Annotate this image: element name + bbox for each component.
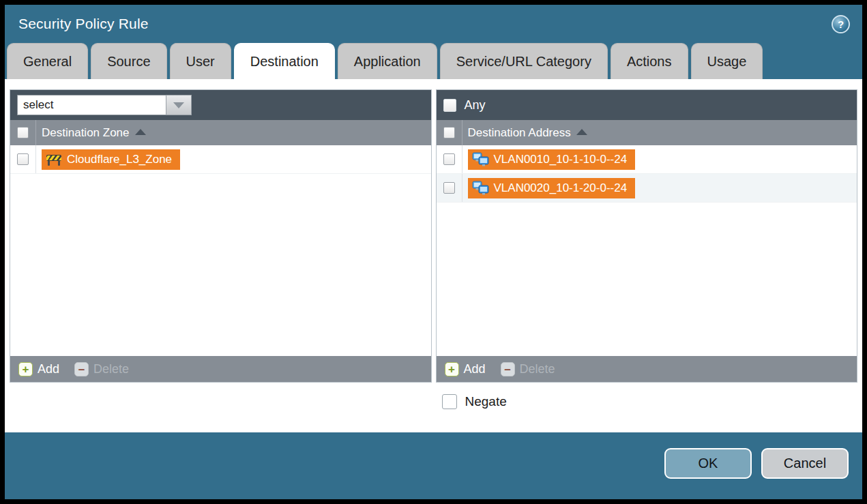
dialog-buttonbar: OK Cancel xyxy=(5,432,862,499)
zone-barrier-icon xyxy=(46,153,62,166)
address-column-title[interactable]: Destination Address xyxy=(468,126,571,140)
address-panel-footer: + Add – Delete xyxy=(437,356,857,382)
zone-panel-toolbar: select xyxy=(10,90,431,120)
tab-application[interactable]: Application xyxy=(338,43,437,79)
zone-panel-footer: + Add – Delete xyxy=(10,356,431,382)
address-delete-button[interactable]: – Delete xyxy=(501,362,555,376)
add-plus-icon: + xyxy=(445,362,459,376)
tab-usage[interactable]: Usage xyxy=(691,43,763,79)
network-address-icon xyxy=(472,181,489,195)
dialog-title: Security Policy Rule xyxy=(18,16,832,32)
security-policy-rule-dialog: Security Policy Rule ? General Source Us… xyxy=(5,5,862,499)
zone-select-combo: select xyxy=(17,95,192,115)
address-entry-label: VLAN0010_10-1-10-0--24 xyxy=(494,153,628,166)
window-frame: Security Policy Rule ? General Source Us… xyxy=(0,0,867,504)
help-icon[interactable]: ? xyxy=(832,15,850,33)
any-label: Any xyxy=(465,98,486,113)
chevron-down-icon xyxy=(173,102,184,108)
cancel-button[interactable]: Cancel xyxy=(761,448,849,479)
address-add-button[interactable]: + Add xyxy=(445,362,486,376)
address-add-label: Add xyxy=(464,362,486,376)
address-delete-label: Delete xyxy=(520,362,555,376)
zone-add-label: Add xyxy=(38,362,59,376)
tab-source[interactable]: Source xyxy=(91,43,166,79)
tab-general[interactable]: General xyxy=(7,43,88,79)
tab-user[interactable]: User xyxy=(170,43,231,79)
zone-list: Cloudflare_L3_Zone xyxy=(10,145,431,356)
dialog-titlebar: Security Policy Rule ? xyxy=(5,5,862,43)
zone-column-title[interactable]: Destination Zone xyxy=(42,126,130,140)
zone-select-dropdown-button[interactable] xyxy=(166,95,192,115)
zone-entry-label: Cloudflare_L3_Zone xyxy=(67,153,172,166)
delete-minus-icon: – xyxy=(74,362,89,376)
tab-bar: General Source User Destination Applicat… xyxy=(5,43,862,79)
add-plus-icon: + xyxy=(18,362,33,376)
address-select-all-checkbox[interactable] xyxy=(443,127,455,138)
zone-row-checkbox[interactable] xyxy=(17,153,29,165)
negate-field: Negate xyxy=(436,394,858,409)
zone-delete-label: Delete xyxy=(93,362,129,376)
tab-actions[interactable]: Actions xyxy=(611,43,688,79)
table-row[interactable]: VLAN0010_10-1-10-0--24 xyxy=(437,145,857,174)
sort-ascending-icon xyxy=(135,129,146,135)
address-list: VLAN0010_10-1-10-0--24 xyxy=(437,145,857,356)
address-panel-toolbar: Any xyxy=(437,90,857,120)
address-row-checkbox[interactable] xyxy=(443,182,455,194)
address-entry[interactable]: VLAN0010_10-1-10-0--24 xyxy=(468,149,636,170)
table-row[interactable]: VLAN0020_10-1-20-0--24 xyxy=(437,174,857,203)
negate-spacer xyxy=(10,394,432,409)
table-row[interactable]: Cloudflare_L3_Zone xyxy=(10,145,431,174)
zone-select-input[interactable]: select xyxy=(17,95,166,115)
zone-select-all-checkbox[interactable] xyxy=(17,127,29,138)
tab-content-destination: select Destination Zone xyxy=(5,79,862,432)
negate-label: Negate xyxy=(465,394,507,409)
negate-checkbox[interactable] xyxy=(442,394,457,409)
address-entry[interactable]: VLAN0020_10-1-20-0--24 xyxy=(468,178,636,198)
tab-destination[interactable]: Destination xyxy=(234,43,335,79)
sort-ascending-icon xyxy=(576,129,587,135)
destination-address-panel: Any Destination Address xyxy=(436,89,858,383)
delete-minus-icon: – xyxy=(501,362,515,376)
any-checkbox[interactable] xyxy=(443,99,456,112)
zone-add-button[interactable]: + Add xyxy=(18,362,59,376)
address-column-header: Destination Address xyxy=(437,120,857,145)
address-entry-label: VLAN0020_10-1-20-0--24 xyxy=(494,181,628,195)
zone-delete-button[interactable]: – Delete xyxy=(74,362,129,376)
network-address-icon xyxy=(472,152,489,166)
zone-entry[interactable]: Cloudflare_L3_Zone xyxy=(42,149,180,170)
tab-service-url-category[interactable]: Service/URL Category xyxy=(440,43,608,79)
address-row-checkbox[interactable] xyxy=(443,153,455,165)
destination-zone-panel: select Destination Zone xyxy=(10,89,432,383)
zone-column-header: Destination Zone xyxy=(10,120,431,145)
ok-button[interactable]: OK xyxy=(664,448,752,479)
